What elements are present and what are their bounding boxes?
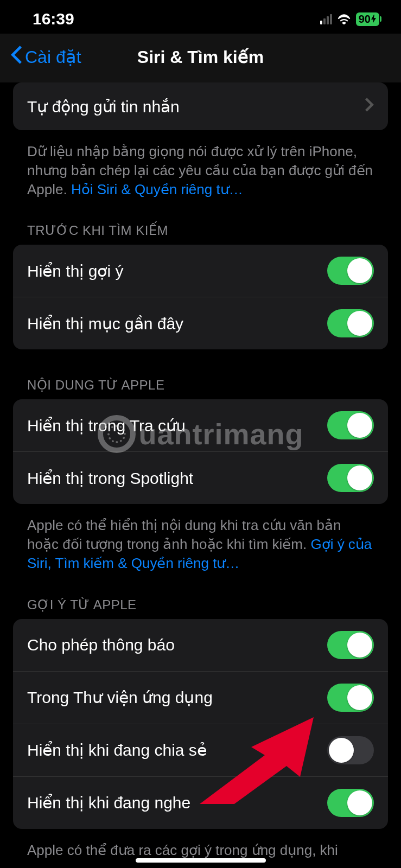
row-label: Hiển thị khi đang nghe	[27, 793, 190, 812]
back-label: Cài đặt	[25, 47, 81, 67]
toggle-in-app-library[interactable]	[327, 684, 374, 712]
row-label: Tự động gửi tin nhắn	[27, 97, 180, 116]
chevron-left-icon	[11, 46, 22, 68]
row-show-in-spotlight[interactable]: Hiển thị trong Spotlight	[13, 451, 388, 504]
group-apple-content: Hiển thị trong Tra cứu Hiển thị trong Sp…	[13, 399, 388, 504]
row-show-in-lookup[interactable]: Hiển thị trong Tra cứu	[13, 399, 388, 451]
toggle-allow-notifications[interactable]	[327, 631, 374, 659]
cellular-signal-icon	[320, 14, 332, 24]
page-title: Siri & Tìm kiếm	[137, 47, 264, 67]
row-show-when-listening[interactable]: Hiển thị khi đang nghe	[13, 776, 388, 829]
row-in-app-library[interactable]: Trong Thư viện ứng dụng	[13, 671, 388, 724]
link-siri-privacy[interactable]: Hỏi Siri & Quyền riêng tư…	[71, 181, 243, 197]
row-label: Trong Thư viện ứng dụng	[27, 688, 213, 707]
row-show-when-sharing[interactable]: Hiển thị khi đang chia sẻ	[13, 724, 388, 776]
status-time: 16:39	[33, 10, 74, 28]
section-header-apple-content: NỘI DUNG TỪ APPLE	[13, 354, 388, 399]
status-bar: 16:39 90	[0, 0, 401, 34]
row-allow-notifications[interactable]: Cho phép thông báo	[13, 619, 388, 671]
row-label: Cho phép thông báo	[27, 636, 175, 654]
chevron-right-icon	[365, 97, 374, 116]
row-show-recents[interactable]: Hiển thị mục gần đây	[13, 297, 388, 349]
row-show-suggestions[interactable]: Hiển thị gợi ý	[13, 245, 388, 297]
group-apple-suggestions: Cho phép thông báo Trong Thư viện ứng dụ…	[13, 619, 388, 829]
toggle-show-in-lookup[interactable]	[327, 411, 374, 439]
battery-indicator: 90	[356, 12, 379, 26]
back-button[interactable]: Cài đặt	[11, 46, 81, 68]
row-label: Hiển thị trong Tra cứu	[27, 416, 186, 435]
nav-bar: Cài đặt Siri & Tìm kiếm	[0, 34, 401, 82]
row-auto-send-messages[interactable]: Tự động gửi tin nhắn	[13, 82, 388, 130]
row-label: Hiển thị gợi ý	[27, 261, 123, 280]
group-before-search: Hiển thị gợi ý Hiển thị mục gần đây	[13, 245, 388, 349]
toggle-show-when-listening[interactable]	[327, 789, 374, 817]
footer-siri-privacy: Dữ liệu nhập bằng giọng nói được xử lý t…	[13, 135, 388, 199]
wifi-icon	[336, 14, 352, 24]
row-label: Hiển thị khi đang chia sẻ	[27, 741, 207, 760]
toggle-show-recents[interactable]	[327, 309, 374, 337]
home-indicator[interactable]	[136, 858, 266, 863]
footer-bottom-cut: Apple có thể đưa ra các gợi ý trong ứng …	[13, 833, 388, 860]
toggle-show-in-spotlight[interactable]	[327, 464, 374, 492]
toggle-show-suggestions[interactable]	[327, 257, 374, 285]
section-header-before-search: TRƯỚC KHI TÌM KIẾM	[13, 199, 388, 245]
status-right: 90	[320, 12, 379, 26]
footer-apple-content: Apple có thể hiển thị nội dung khi tra c…	[13, 508, 388, 573]
group-auto-send: Tự động gửi tin nhắn	[13, 82, 388, 130]
row-label: Hiển thị mục gần đây	[27, 314, 183, 333]
row-label: Hiển thị trong Spotlight	[27, 469, 193, 488]
section-header-apple-suggestions: GỢI Ý TỪ APPLE	[13, 573, 388, 619]
toggle-show-when-sharing[interactable]	[327, 736, 374, 764]
